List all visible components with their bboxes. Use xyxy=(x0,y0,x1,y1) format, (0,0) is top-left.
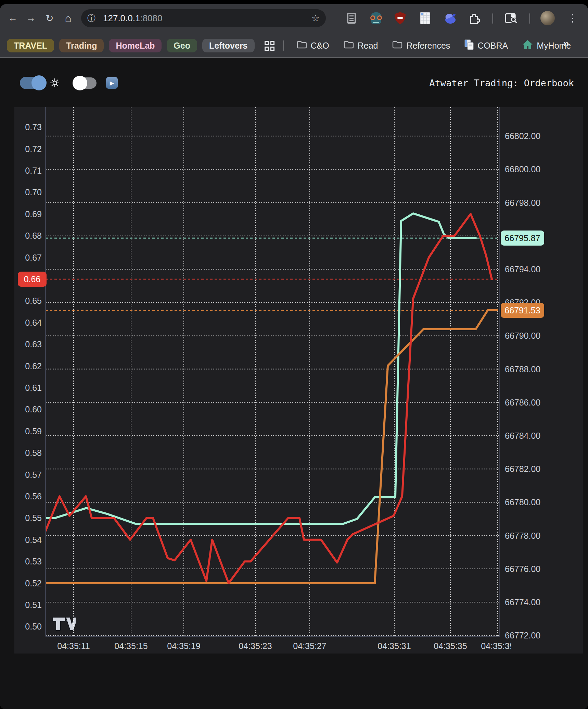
bookmark-item-co[interactable]: C&O xyxy=(297,39,329,52)
right-axis-label: 66786.00 xyxy=(505,398,540,407)
left-axis-label: 0.69 xyxy=(14,210,42,219)
left-axis-label: 0.62 xyxy=(14,362,42,371)
left-axis-label: 0.58 xyxy=(14,448,42,457)
play-button[interactable]: ▶ xyxy=(106,77,118,89)
bookmark-item-label: COBRA xyxy=(477,41,508,51)
grid-bookmark-icon[interactable] xyxy=(265,41,274,51)
left-axis-label: 0.51 xyxy=(14,600,42,609)
tab-search-icon[interactable] xyxy=(504,11,518,25)
home-icon[interactable]: ⌂ xyxy=(61,11,75,25)
left-axis-label: 0.65 xyxy=(14,296,42,305)
price-dashed-lines xyxy=(46,238,500,310)
left-axis-label: 0.72 xyxy=(14,145,42,153)
left-axis-label: 0.53 xyxy=(14,557,42,566)
home-icon xyxy=(522,40,533,52)
left-axis-label: 0.57 xyxy=(14,470,42,479)
right-axis-label: 66784.00 xyxy=(505,431,540,440)
snowflake-icon[interactable] xyxy=(50,78,60,89)
bookmark-folder-items: C&OReadReferencesCOBRAMyHome xyxy=(293,39,571,52)
time-axis-label: 04:35:35 xyxy=(434,641,467,651)
left-axis-label: 0.71 xyxy=(14,166,42,175)
right-axis-label: 66798.00 xyxy=(505,198,540,207)
white-toggle[interactable] xyxy=(74,77,97,89)
left-axis-label: 0.63 xyxy=(14,340,42,349)
toolbar-separator xyxy=(492,13,493,24)
bookmark-item-read[interactable]: Read xyxy=(344,39,378,52)
site-info-icon[interactable]: ⓘ xyxy=(87,13,95,24)
bookmark-item-label: Read xyxy=(358,41,378,51)
time-axis-label: 04:35:27 xyxy=(293,641,326,651)
url-host[interactable]: 127.0.0.1 xyxy=(103,13,140,24)
left-axis-label: 0.50 xyxy=(14,622,42,631)
series-teal-line xyxy=(46,213,476,524)
robot-extension-icon[interactable] xyxy=(369,11,383,25)
bookmark-item-references[interactable]: References xyxy=(392,39,450,52)
left-axis-label: 0.67 xyxy=(14,253,42,262)
extensions-puzzle-icon[interactable] xyxy=(467,11,481,25)
right-axis-label: 66776.00 xyxy=(505,564,540,573)
right-axis-label: 66800.00 xyxy=(505,165,540,174)
blue-toggle[interactable] xyxy=(20,77,44,89)
bookmarks-overflow-chevron[interactable]: » xyxy=(563,37,569,50)
time-axis-label: 04:35:39 xyxy=(481,641,511,651)
shield-adblock-icon[interactable] xyxy=(393,11,407,25)
bookmark-item-cobra[interactable]: COBRA xyxy=(464,39,508,52)
time-axis-label: 04:35:15 xyxy=(114,641,148,651)
bookmarks-separator xyxy=(283,40,284,51)
right-axis-label: 66788.00 xyxy=(505,365,540,374)
right-axis-label: 66778.00 xyxy=(505,531,540,540)
grid-vertical-lines xyxy=(74,107,498,636)
left-axis-label: 0.61 xyxy=(14,383,42,392)
left-axis-label: 0.60 xyxy=(14,405,42,414)
spreadsheet-extension-icon[interactable] xyxy=(418,11,432,25)
left-axis-label: 0.70 xyxy=(14,188,42,197)
folder-icon xyxy=(344,40,354,51)
bookmark-pill-travel[interactable]: TRAVEL xyxy=(7,39,54,52)
bookmark-pills: TRAVELTradingHomeLabGeoLeftovers xyxy=(7,39,255,52)
reading-list-icon[interactable] xyxy=(345,11,358,25)
chart-canvas[interactable] xyxy=(14,107,583,654)
right-axis-label: 66774.00 xyxy=(505,598,540,607)
time-axis-label: 04:35:23 xyxy=(239,641,272,651)
bookmark-pill-leftovers[interactable]: Leftovers xyxy=(202,39,255,52)
bookmark-pill-geo[interactable]: Geo xyxy=(167,39,197,52)
url-port: :8080 xyxy=(140,13,162,24)
time-axis-label: 04:35:11 xyxy=(57,641,90,651)
url-bar[interactable]: ⓘ 127.0.0.1:8080 ☆ xyxy=(81,9,326,27)
bookmarks-bar: TRAVELTradingHomeLabGeoLeftovers C&ORead… xyxy=(0,34,588,57)
price-label-66795-87: 66795.87 xyxy=(501,231,544,246)
series-orange-line xyxy=(46,310,497,583)
reload-icon[interactable]: ↻ xyxy=(43,11,56,25)
rabbit-extension-icon[interactable] xyxy=(443,11,457,25)
left-axis-label: 0.55 xyxy=(14,513,42,522)
left-axis-label: 0.52 xyxy=(14,579,42,588)
left-axis-label: 0.64 xyxy=(14,318,42,327)
bookmark-pill-homelab[interactable]: HomeLab xyxy=(109,39,162,52)
toolbar-separator xyxy=(529,13,530,24)
profile-avatar[interactable] xyxy=(540,11,555,25)
bookmark-star-icon[interactable]: ☆ xyxy=(311,13,320,24)
back-arrow-icon[interactable]: ← xyxy=(6,11,20,25)
bookmark-item-label: References xyxy=(406,41,450,51)
forward-arrow-icon[interactable]: → xyxy=(24,11,38,25)
orderbook-chart[interactable]: 0.730.720.710.700.690.680.670.660.650.64… xyxy=(14,107,583,654)
right-axis-label: 66782.00 xyxy=(505,464,540,473)
time-axis[interactable]: 04:35:1104:35:1504:35:1904:35:2304:35:27… xyxy=(14,637,511,654)
page-title: Atwater Trading: Orderbook xyxy=(429,78,574,88)
folder-icon xyxy=(297,40,307,51)
right-axis-label: 66780.00 xyxy=(505,498,540,507)
left-axis-label: 0.59 xyxy=(14,427,42,436)
browser-window: ← → ↻ ⌂ ⓘ 127.0.0.1:8080 ☆ xyxy=(0,4,588,709)
right-axis-label: 66802.00 xyxy=(505,132,540,140)
grid-horizontal-lines xyxy=(46,136,500,635)
left-axis-label: 0.73 xyxy=(14,123,42,132)
menu-kebab-icon[interactable]: ⋮ xyxy=(566,11,579,25)
price-label-0-66: 0.66 xyxy=(18,272,47,287)
bookmark-pill-trading[interactable]: Trading xyxy=(59,39,104,52)
left-axis-label: 0.54 xyxy=(14,535,42,544)
time-axis-label: 04:35:31 xyxy=(378,641,411,651)
right-axis-label: 66794.00 xyxy=(505,265,540,274)
price-label-66791-53: 66791.53 xyxy=(501,303,544,318)
left-axis-label: 0.56 xyxy=(14,492,42,501)
browser-chrome: ← → ↻ ⌂ ⓘ 127.0.0.1:8080 ☆ xyxy=(0,4,588,58)
